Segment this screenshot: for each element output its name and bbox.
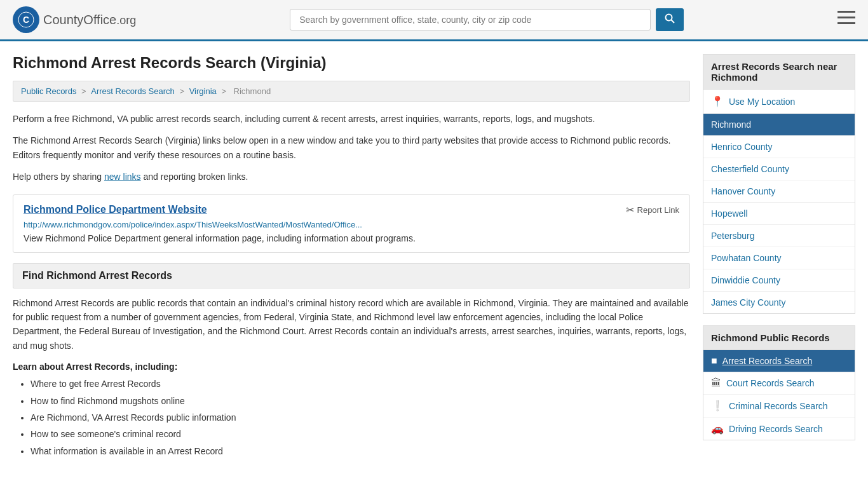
breadcrumb-arrest-records[interactable]: Arrest Records Search xyxy=(91,86,175,96)
search-input[interactable] xyxy=(290,9,651,30)
sidebar-item-nearby[interactable]: Richmond xyxy=(703,114,855,136)
logo-area[interactable]: C CountyOffice.org xyxy=(13,6,136,33)
learn-list-header: Learn about Arrest Records, including: xyxy=(13,362,690,372)
report-link-label: Report Link xyxy=(637,205,679,215)
desc-para-1: Perform a free Richmond, VA public arres… xyxy=(13,112,690,126)
sidebar-public-link[interactable]: Driving Records Search xyxy=(729,424,823,434)
sidebar-public-title: Richmond Public Records xyxy=(703,325,855,350)
sidebar-public-item[interactable]: ❕Criminal Records Search xyxy=(703,395,855,417)
link-card-header: Richmond Police Department Website ✂ Rep… xyxy=(24,204,679,216)
sidebar: Arrest Records Search near Richmond 📍 Us… xyxy=(703,54,855,461)
sidebar-item-nearby[interactable]: James City County xyxy=(703,292,855,313)
sidebar-item-nearby[interactable]: Dinwiddie County xyxy=(703,269,855,292)
link-card-url[interactable]: http://www.richmondgov.com/police/index.… xyxy=(24,220,679,229)
desc-para-3: Help others by sharing new links and rep… xyxy=(13,170,690,184)
location-pin-icon: 📍 xyxy=(711,95,724,107)
find-section-header: Find Richmond Arrest Records xyxy=(13,263,690,288)
sidebar-use-location[interactable]: 📍 Use My Location xyxy=(703,90,855,114)
svg-point-2 xyxy=(666,15,672,21)
logo-icon: C xyxy=(13,6,39,33)
sidebar-public-link[interactable]: Arrest Records Search xyxy=(722,356,813,366)
link-card-title[interactable]: Richmond Police Department Website xyxy=(24,204,207,215)
search-icon xyxy=(665,13,675,24)
new-links-link[interactable]: new links xyxy=(104,172,141,182)
sidebar-nearby-list: 📍 Use My Location RichmondHenrico County… xyxy=(703,90,855,314)
list-item: What information is available in an Arre… xyxy=(31,444,690,458)
report-link-button[interactable]: ✂ Report Link xyxy=(626,204,679,216)
sidebar-public-link[interactable]: Criminal Records Search xyxy=(729,401,828,411)
logo-suffix: .org xyxy=(116,14,136,27)
sidebar-nearby-link[interactable]: Hanover County xyxy=(711,186,775,196)
logo-text: CountyOffice.org xyxy=(43,13,136,27)
sidebar-item-nearby[interactable]: Hanover County xyxy=(703,180,855,203)
sidebar-nearby-link[interactable]: Powhatan County xyxy=(711,253,782,263)
scissors-icon: ✂ xyxy=(626,204,634,216)
list-item: Where to get free Arrest Records xyxy=(31,377,690,391)
list-item: Are Richmond, VA Arrest Records public i… xyxy=(31,410,690,424)
desc3-suffix: and reporting broken links. xyxy=(141,172,248,182)
desc3-prefix: Help others by sharing xyxy=(13,172,104,182)
main-wrapper: Richmond Arrest Records Search (Virginia… xyxy=(0,41,868,473)
find-section-body: Richmond Arrest Records are public recor… xyxy=(13,296,690,353)
main-content: Richmond Arrest Records Search (Virginia… xyxy=(13,54,690,461)
breadcrumb-richmond: Richmond xyxy=(234,86,271,96)
svg-text:C: C xyxy=(23,15,29,25)
use-my-location-link[interactable]: Use My Location xyxy=(729,97,795,107)
sidebar-item-nearby[interactable]: Petersburg xyxy=(703,225,855,247)
sidebar-public-item[interactable]: 🚗Driving Records Search xyxy=(703,417,855,440)
hamburger-icon[interactable] xyxy=(837,11,855,29)
site-header: C CountyOffice.org xyxy=(0,0,868,41)
learn-list: Where to get free Arrest RecordsHow to f… xyxy=(31,377,690,458)
sidebar-nearby-link[interactable]: Hopewell xyxy=(711,208,748,219)
sidebar-nearby-link[interactable]: Henrico County xyxy=(711,142,773,152)
list-item: How to see someone's criminal record xyxy=(31,427,690,441)
breadcrumb-public-records[interactable]: Public Records xyxy=(21,86,76,96)
sidebar-public-link[interactable]: Court Records Search xyxy=(726,378,815,388)
search-button[interactable] xyxy=(656,8,684,31)
sidebar-item-nearby[interactable]: Chesterfield County xyxy=(703,158,855,180)
sidebar-nearby-link[interactable]: Chesterfield County xyxy=(711,164,789,174)
sidebar-public-list: ■Arrest Records Search🏛Court Records Sea… xyxy=(703,350,855,440)
page-title: Richmond Arrest Records Search (Virginia… xyxy=(13,54,690,72)
link-card: Richmond Police Department Website ✂ Rep… xyxy=(13,194,690,253)
list-item: How to find Richmond mugshots online xyxy=(31,394,690,408)
desc-para-2: The Richmond Arrest Records Search (Virg… xyxy=(13,133,690,162)
breadcrumb-virginia[interactable]: Virginia xyxy=(189,86,217,96)
pub-icon: ❕ xyxy=(711,400,724,412)
sidebar-item-nearby[interactable]: Henrico County xyxy=(703,136,855,158)
svg-rect-6 xyxy=(837,22,855,24)
search-container xyxy=(290,8,684,31)
sidebar-nearby-title: Arrest Records Search near Richmond xyxy=(703,54,855,90)
svg-line-3 xyxy=(672,20,675,24)
svg-rect-4 xyxy=(837,11,855,13)
sidebar-public-item[interactable]: 🏛Court Records Search xyxy=(703,372,855,395)
link-card-desc: View Richmond Police Department general … xyxy=(24,233,679,243)
sidebar-item-nearby[interactable]: Hopewell xyxy=(703,203,855,225)
pub-icon: 🚗 xyxy=(711,423,724,435)
pub-icon: 🏛 xyxy=(711,377,721,389)
sidebar-nearby-link[interactable]: James City County xyxy=(711,297,785,308)
sidebar-nearby-link[interactable]: Petersburg xyxy=(711,231,754,241)
sidebar-public-item[interactable]: ■Arrest Records Search xyxy=(703,350,855,372)
svg-rect-5 xyxy=(837,17,855,18)
sidebar-item-nearby[interactable]: Powhatan County xyxy=(703,247,855,269)
breadcrumb: Public Records > Arrest Records Search >… xyxy=(13,81,690,102)
pub-icon: ■ xyxy=(711,355,717,367)
sidebar-nearby-link[interactable]: Dinwiddie County xyxy=(711,275,780,285)
logo-name: CountyOffice xyxy=(43,13,116,27)
